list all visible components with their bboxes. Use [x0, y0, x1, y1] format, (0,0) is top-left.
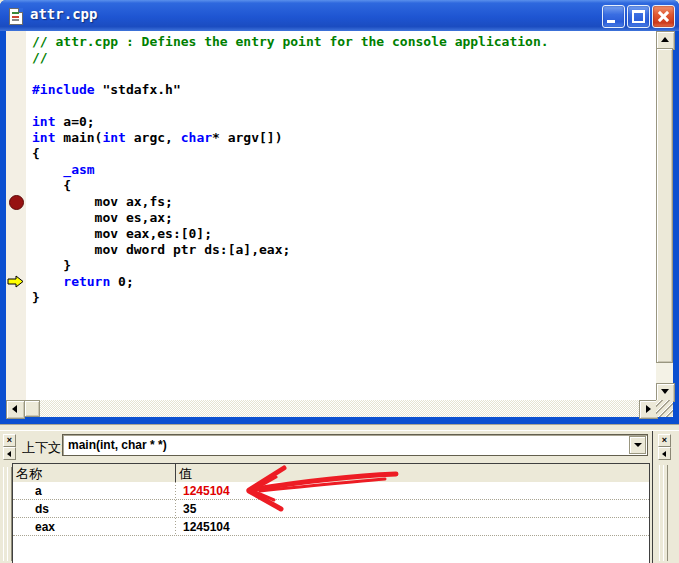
column-divider[interactable] — [175, 464, 176, 482]
chevron-down-icon — [634, 443, 642, 447]
maximize-button[interactable] — [627, 5, 650, 28]
triangle-right-icon — [646, 405, 651, 413]
context-label: 上下文: — [22, 439, 65, 457]
code-line: { — [26, 178, 656, 194]
table-row[interactable]: ds35 — [13, 500, 649, 518]
code-line: mov ax,fs; — [26, 194, 656, 210]
vertical-scrollbar[interactable] — [656, 31, 673, 400]
triangle-down-icon — [661, 389, 669, 394]
code-line: // attr.cpp : Defines the entry point fo… — [26, 34, 656, 50]
minimize-button[interactable] — [602, 5, 625, 28]
table-body: a1245104ds35eax1245104 — [13, 482, 649, 563]
table-row[interactable]: eax1245104 — [13, 518, 649, 536]
window-title: attr.cpp — [30, 6, 97, 22]
close-button[interactable] — [652, 5, 675, 28]
watch-close-button[interactable]: × — [658, 434, 671, 447]
table-header: 名称 值 — [13, 464, 649, 483]
variable-value[interactable]: 1245104 — [183, 484, 230, 498]
scroll-left-button[interactable] — [6, 400, 25, 419]
window-divider — [0, 424, 679, 425]
triangle-left-icon — [7, 451, 11, 457]
triangle-up-icon — [661, 37, 669, 42]
breakpoint-icon[interactable] — [9, 195, 24, 210]
code-line: // — [26, 50, 656, 66]
code-text-area[interactable]: // attr.cpp : Defines the entry point fo… — [26, 31, 656, 400]
context-value: main(int, char * *) — [68, 438, 167, 452]
screen: attr.cpp // attr.cpp : Defines the entry… — [0, 0, 679, 563]
context-combobox[interactable]: main(int, char * *) — [62, 434, 648, 456]
vertical-scroll-thumb[interactable] — [656, 48, 673, 363]
code-line — [26, 98, 656, 114]
maximize-icon — [632, 10, 645, 23]
code-line: } — [26, 290, 656, 306]
code-line: mov es,ax; — [26, 210, 656, 226]
minimize-icon — [607, 20, 615, 23]
current-statement-arrow-icon — [7, 275, 25, 288]
horizontal-scrollbar[interactable] — [6, 400, 656, 417]
watch-panel-edge: × — [652, 431, 679, 563]
window-titlebar[interactable]: attr.cpp — [0, 0, 679, 31]
watch-collapse-button[interactable] — [658, 447, 671, 460]
code-line: mov dword ptr ds:[a],eax; — [26, 242, 656, 258]
horizontal-scroll-thumb[interactable] — [24, 400, 40, 417]
triangle-left-icon — [662, 451, 666, 457]
code-line: int main(int argc, char* argv[]) — [26, 130, 656, 146]
code-line: mov eax,es:[0]; — [26, 226, 656, 242]
variables-table: 名称 值 a1245104ds35eax1245104 — [12, 463, 650, 563]
variable-name: ds — [35, 502, 49, 516]
panel-collapse-button[interactable] — [3, 447, 16, 460]
variable-value[interactable]: 1245104 — [183, 520, 230, 534]
breakpoint-margin[interactable] — [6, 31, 26, 400]
watch-drag-gripper[interactable] — [663, 465, 668, 561]
document-icon — [9, 8, 23, 25]
code-line: _asm — [26, 162, 656, 178]
code-line: { — [26, 146, 656, 162]
editor-client-area: // attr.cpp : Defines the entry point fo… — [6, 31, 673, 417]
variable-value[interactable]: 35 — [183, 502, 196, 516]
code-line: int a=0; — [26, 114, 656, 130]
panel-close-button[interactable]: × — [3, 434, 16, 447]
column-header-value[interactable]: 值 — [179, 465, 192, 483]
combobox-dropdown-button[interactable] — [629, 436, 646, 454]
code-line — [26, 66, 656, 82]
code-line: return 0; — [26, 274, 656, 290]
variable-name: a — [35, 484, 42, 498]
triangle-left-icon — [12, 405, 17, 413]
code-line: #include "stdafx.h" — [26, 82, 656, 98]
table-row[interactable]: a1245104 — [13, 482, 649, 500]
resize-grip[interactable] — [656, 400, 673, 417]
variables-panel: × 上下文: main(int, char * *) 名称 值 a1245104… — [0, 430, 679, 563]
column-header-name[interactable]: 名称 — [16, 465, 42, 483]
code-line: } — [26, 258, 656, 274]
code-editor-window: attr.cpp // attr.cpp : Defines the entry… — [0, 0, 679, 424]
variable-name: eax — [35, 520, 55, 534]
